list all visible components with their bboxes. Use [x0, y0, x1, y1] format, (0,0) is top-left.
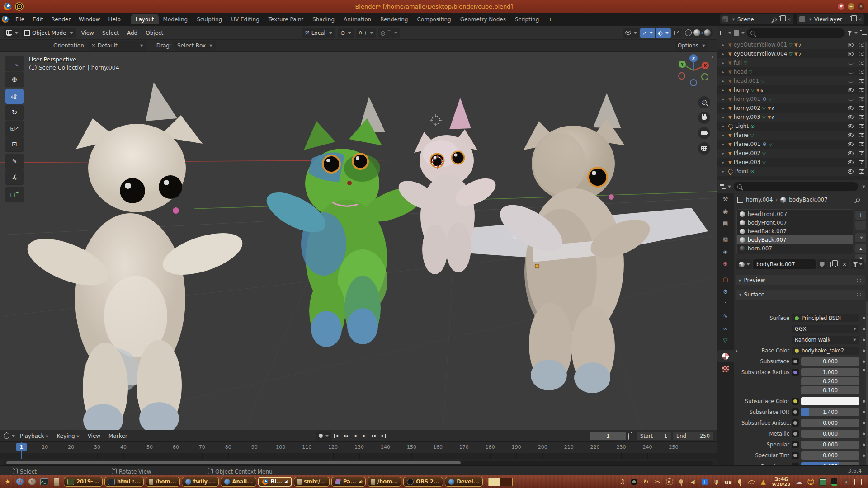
keyboard-tray-icon[interactable]: us	[724, 478, 732, 486]
tab-texture-properties[interactable]	[717, 362, 734, 375]
camera-on-icon[interactable]	[859, 70, 864, 74]
eye-closed-icon[interactable]	[848, 70, 854, 74]
timeline-editor-type-button[interactable]: ▼	[4, 433, 15, 439]
notifier-tray-icon[interactable]: ▲	[760, 478, 767, 486]
pivot-point-button[interactable]: ⊙▼	[338, 28, 354, 38]
eye-closed-icon[interactable]	[848, 98, 854, 101]
value-number-field[interactable]: 0.200	[801, 377, 859, 385]
filter-objects-button[interactable]: ▼	[734, 30, 745, 36]
add-cube-tool[interactable]: ▢+	[5, 187, 24, 202]
expand-icon[interactable]: ▸	[722, 151, 726, 155]
outliner-row-Plane.002[interactable]: ▸▼Plane.002▽	[717, 149, 868, 158]
next-keyframe-button[interactable]: ◆▶	[370, 432, 378, 440]
camera-on-icon[interactable]	[859, 88, 864, 92]
tab-modifiers-properties[interactable]: ⚙	[717, 286, 734, 298]
new-scene-icon[interactable]	[779, 16, 784, 22]
camera-on-icon[interactable]	[859, 142, 864, 146]
camera-on-icon[interactable]	[859, 43, 864, 47]
overlays-toggle[interactable]: ◐▼	[656, 28, 671, 38]
annotate-tool[interactable]: ✎	[5, 154, 24, 169]
timeline-menu-playback[interactable]: Playback▼	[16, 432, 52, 441]
outliner-row-Plane.003[interactable]: ▸▼Plane.003▽	[717, 158, 868, 167]
obs-tray-icon[interactable]: ◎	[630, 478, 638, 486]
camera-on-icon[interactable]	[859, 169, 864, 174]
gizmos-toggle[interactable]: ↗▼	[640, 28, 655, 38]
tab-shading[interactable]: Shading	[308, 14, 339, 24]
music-tray-icon[interactable]: ♫	[618, 478, 626, 486]
taskbar-window-html[interactable]: html :...	[104, 477, 144, 487]
material-slot-bodyFront.007[interactable]: bodyFront.007	[737, 218, 853, 227]
use-preview-range-toggle[interactable]	[628, 433, 629, 440]
outliner-row-full[interactable]: ▸▼full▽	[717, 58, 868, 67]
camera-on-icon[interactable]	[859, 106, 864, 110]
empty-origin-marker[interactable]	[430, 114, 442, 126]
expand-icon[interactable]: ▸	[722, 124, 726, 128]
jump-to-start-button[interactable]: ◀	[332, 432, 340, 440]
color-swatch[interactable]	[801, 397, 859, 405]
browse-material-button[interactable]: ▼	[736, 259, 752, 269]
timeline-track[interactable]	[0, 453, 717, 459]
mode-selector[interactable]: Object Mode▼	[21, 28, 76, 38]
outliner-row-Point[interactable]: ▸Point⊙	[717, 167, 868, 176]
menu-window[interactable]: Window	[75, 15, 104, 24]
viewport-menu-view[interactable]: View	[77, 28, 98, 38]
tab-view-layer-properties[interactable]: ▧	[717, 233, 734, 245]
expand-icon[interactable]: ▸	[722, 61, 726, 65]
tab-modeling[interactable]: Modeling	[159, 14, 193, 24]
timeline-scrollbar[interactable]	[6, 461, 461, 464]
move-tool[interactable]	[5, 89, 24, 104]
expand-icon[interactable]: ▸	[722, 160, 726, 164]
tab-compositing[interactable]: Compositing	[412, 14, 455, 24]
tab-scripting[interactable]: Scripting	[510, 14, 543, 24]
value-dropdown[interactable]: GGX▼	[792, 325, 859, 333]
value-number-field[interactable]: 1.000	[801, 368, 859, 376]
fake-user-button[interactable]	[817, 259, 827, 269]
prev-keyframe-button[interactable]: ◀◆	[341, 432, 350, 440]
weather-tray-icon[interactable]: ☁	[795, 478, 803, 486]
zoom-button[interactable]: +	[698, 96, 710, 108]
material-preview-active[interactable]	[701, 32, 703, 34]
taskbar-window-smb[interactable]: smb:/...	[294, 477, 330, 487]
tab-scene-properties[interactable]: ◈	[717, 245, 734, 258]
menu-file[interactable]: File	[11, 15, 28, 24]
calculator-tray-icon[interactable]	[819, 478, 826, 486]
value-dropdown[interactable]: Random Walk▼	[792, 336, 859, 344]
expand-icon[interactable]: ▸	[722, 106, 726, 110]
tab-world-properties[interactable]: ⊕	[717, 258, 734, 270]
viewlayer-selector[interactable]: ▼ ViewLayer ×	[797, 14, 864, 24]
surface-panel-header[interactable]: ▾ Surface	[736, 290, 865, 300]
plush-cat-white[interactable]	[21, 82, 247, 430]
material-specials-button[interactable]: ▼	[851, 259, 864, 269]
current-frame-badge[interactable]: 1	[16, 443, 27, 451]
value-slider[interactable]: 1.400	[801, 408, 859, 416]
bluetooth-tray-icon[interactable]: ᛒ	[701, 478, 708, 486]
taskbar-window-Bl[interactable]: Bl...◀)	[258, 477, 292, 487]
taskbar-window-Anali[interactable]: Anali...	[221, 477, 257, 487]
move-slot-up-button[interactable]: ▲	[855, 244, 867, 253]
new-collection-button[interactable]	[860, 30, 865, 36]
outliner-row-head.001[interactable]: ▸▼head.001▽	[717, 76, 868, 85]
delete-viewlayer-icon[interactable]: ×	[858, 16, 862, 23]
camera-on-icon[interactable]	[859, 115, 864, 119]
measure-tool[interactable]: ∡	[5, 169, 24, 184]
expand-icon[interactable]: ▸	[735, 348, 739, 353]
orientation-dropdown[interactable]: ⤧ Default▼	[89, 41, 146, 51]
voice-tray-icon[interactable]	[677, 478, 685, 486]
camera-view-button[interactable]	[698, 127, 710, 139]
tab-constraints-properties[interactable]: ∞	[717, 322, 734, 334]
expand-icon[interactable]: ▸	[722, 115, 726, 119]
material-slot-headBack.007[interactable]: headBack.007	[737, 227, 853, 235]
frame-end-field[interactable]: End250	[673, 432, 713, 440]
expand-icon[interactable]: ▸	[722, 70, 726, 74]
drag-dropdown[interactable]: Select Box▼	[174, 41, 216, 51]
remove-slot-button[interactable]: −	[855, 220, 867, 230]
eye-open-icon[interactable]	[848, 160, 854, 164]
scene-canvas[interactable]	[0, 26, 717, 430]
expand-icon[interactable]: ▸	[722, 169, 726, 174]
camera-on-icon[interactable]	[859, 151, 864, 155]
viewport-menu-add[interactable]: Add	[123, 28, 142, 38]
eye-open-icon[interactable]	[848, 106, 854, 110]
select-box-tool[interactable]	[5, 56, 24, 71]
outliner-row-Plane.001[interactable]: ▸▼Plane.001⚙▽	[717, 140, 868, 149]
slot-specials-button[interactable]: ▼	[855, 233, 867, 243]
